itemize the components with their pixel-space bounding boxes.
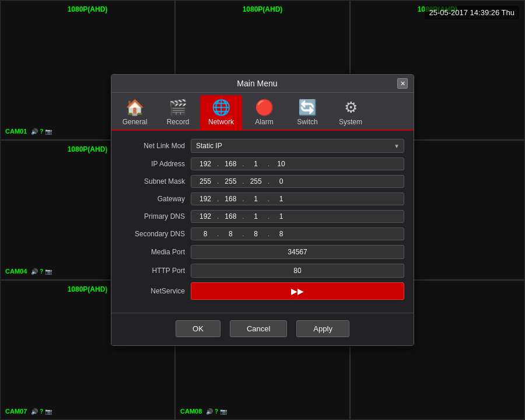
primary-dns-label: Primary DNS <box>121 212 191 220</box>
dialog-title: Main Menu <box>117 79 397 88</box>
pdns-o3[interactable] <box>246 212 267 220</box>
sdns-dot-1: . <box>217 230 219 238</box>
netservice-label: NetService <box>121 287 191 295</box>
ip-address-row: IP Address . . . <box>121 158 404 170</box>
modal-overlay: Main Menu ✕ 🏠 General 🎬 Record 🌐 Network… <box>0 0 525 420</box>
cancel-button[interactable]: Cancel <box>230 320 287 337</box>
subnet-mask-label: Subnet Mask <box>121 177 191 186</box>
tab-switch-label: Switch <box>297 118 317 126</box>
net-link-mod-wrapper: Static IP DHCP PPPoE ▼ <box>191 139 404 153</box>
tab-bar: 🏠 General 🎬 Record 🌐 Network 🔴 Alarm 🔄 S… <box>111 93 414 131</box>
sm-dot-2: . <box>242 177 244 186</box>
sm-dot-3: . <box>268 177 270 186</box>
tab-general-label: General <box>123 118 148 126</box>
tab-alarm-label: Alarm <box>255 118 273 126</box>
netservice-value-wrap: ▶▶ <box>191 282 404 300</box>
sm-o4[interactable] <box>271 177 292 186</box>
tab-network-label: Network <box>208 118 234 126</box>
network-icon: 🌐 <box>212 99 230 117</box>
subnet-mask-group: . . . <box>191 175 404 188</box>
sdns-o2[interactable] <box>220 230 241 238</box>
sdns-o4[interactable] <box>271 230 292 238</box>
netservice-arrows-icon: ▶▶ <box>291 286 304 296</box>
sdns-dot-2: . <box>242 230 244 238</box>
tab-switch[interactable]: 🔄 Switch <box>286 95 328 130</box>
close-button[interactable]: ✕ <box>397 78 408 89</box>
apply-button[interactable]: Apply <box>296 320 349 337</box>
subnet-mask-row: Subnet Mask . . . <box>121 175 404 188</box>
ip-o4[interactable] <box>271 160 292 168</box>
sm-o2[interactable] <box>220 177 241 186</box>
gw-o1[interactable] <box>195 195 216 203</box>
pdns-dot-1: . <box>217 212 219 220</box>
secondary-dns-row: Secondary DNS . . . <box>121 228 404 240</box>
secondary-dns-label: Secondary DNS <box>121 230 191 238</box>
gateway-group: . . . <box>191 192 404 205</box>
pdns-o4[interactable] <box>271 212 292 220</box>
sm-dot-1: . <box>217 177 219 186</box>
ip-address-label: IP Address <box>121 160 191 168</box>
http-port-row: HTTP Port <box>121 264 404 278</box>
tab-general[interactable]: 🏠 General <box>114 95 156 130</box>
media-port-label: Media Port <box>121 248 191 256</box>
tab-alarm[interactable]: 🔴 Alarm <box>243 95 285 130</box>
secondary-dns-group: . . . <box>191 228 404 240</box>
tab-network[interactable]: 🌐 Network <box>200 95 242 130</box>
gw-dot-2: . <box>242 195 244 203</box>
pdns-o1[interactable] <box>195 212 216 220</box>
http-port-value-wrap <box>191 264 404 278</box>
net-link-mod-row: Net Link Mod Static IP DHCP PPPoE ▼ <box>121 139 404 153</box>
media-port-row: Media Port <box>121 245 404 259</box>
gw-o4[interactable] <box>271 195 292 203</box>
pdns-dot-3: . <box>268 212 270 220</box>
ip-dot-2: . <box>242 160 244 168</box>
system-icon: ⚙ <box>344 99 358 117</box>
switch-icon: 🔄 <box>298 99 317 117</box>
http-port-input[interactable] <box>191 264 404 278</box>
sdns-dot-3: . <box>268 230 270 238</box>
ip-o2[interactable] <box>220 160 241 168</box>
tab-record[interactable]: 🎬 Record <box>157 95 199 130</box>
sdns-o1[interactable] <box>195 230 216 238</box>
net-link-mod-select[interactable]: Static IP DHCP PPPoE <box>191 139 404 153</box>
ok-button[interactable]: OK <box>176 320 220 337</box>
record-icon: 🎬 <box>169 99 187 117</box>
sdns-o3[interactable] <box>246 230 267 238</box>
media-port-input[interactable] <box>191 245 404 259</box>
gw-dot-1: . <box>217 195 219 203</box>
ip-address-group: . . . <box>191 158 404 170</box>
primary-dns-row: Primary DNS . . . <box>121 210 404 223</box>
sm-o1[interactable] <box>195 177 216 186</box>
gw-o3[interactable] <box>246 195 267 203</box>
dialog-titlebar: Main Menu ✕ <box>111 75 414 93</box>
general-icon: 🏠 <box>125 99 144 117</box>
net-link-mod-label: Net Link Mod <box>121 142 191 150</box>
tab-system-label: System <box>339 118 362 126</box>
netservice-row: NetService ▶▶ <box>121 282 404 300</box>
ip-dot-3: . <box>268 160 270 168</box>
netservice-bar[interactable]: ▶▶ <box>191 282 404 300</box>
alarm-icon: 🔴 <box>255 99 274 117</box>
ip-dot-1: . <box>217 160 219 168</box>
primary-dns-group: . . . <box>191 210 404 223</box>
tab-record-label: Record <box>167 118 190 126</box>
gw-o2[interactable] <box>220 195 241 203</box>
gateway-row: Gateway . . . <box>121 192 404 205</box>
pdns-dot-2: . <box>242 212 244 220</box>
ip-o1[interactable] <box>195 160 216 168</box>
gateway-label: Gateway <box>121 195 191 203</box>
http-port-label: HTTP Port <box>121 267 191 275</box>
dialog-content: Net Link Mod Static IP DHCP PPPoE ▼ IP A… <box>111 131 414 313</box>
media-port-value-wrap <box>191 245 404 259</box>
tab-system[interactable]: ⚙ System <box>330 95 372 130</box>
gw-dot-3: . <box>268 195 270 203</box>
sm-o3[interactable] <box>246 177 267 186</box>
pdns-o2[interactable] <box>220 212 241 220</box>
button-row: OK Cancel Apply <box>111 313 414 345</box>
ip-o3[interactable] <box>246 160 267 168</box>
main-menu-dialog: Main Menu ✕ 🏠 General 🎬 Record 🌐 Network… <box>111 74 414 346</box>
